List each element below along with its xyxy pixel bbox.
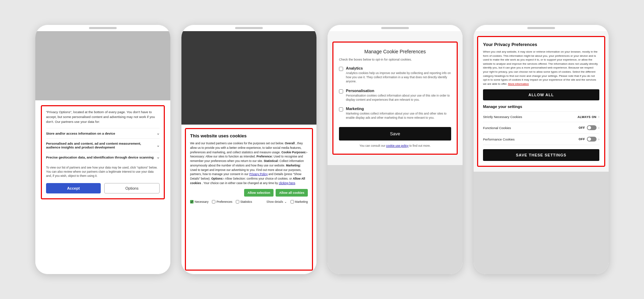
phone2-clicking-here-link[interactable]: clicking here — [279, 181, 295, 185]
phone2-body-bold2: Cookie Purposes:- — [281, 151, 307, 154]
phone3-marketing-content: Marketing Marketing cookies collect info… — [346, 107, 451, 120]
phone4-title: Your Privacy Preferences — [483, 42, 599, 47]
show-details-text: Show details — [266, 200, 283, 203]
phone1-item-store-chevron: ⌄ — [156, 131, 160, 136]
phone1-item-geo-label: Precise geolocation data, and identifica… — [46, 155, 156, 159]
phone1-item-geo[interactable]: Precise geolocation data, and identifica… — [46, 152, 160, 162]
phone1-intro-text: "Privacy Options", located at the bottom… — [46, 110, 160, 124]
phone1-partners-text: To view our list of partners and see how… — [46, 166, 160, 178]
phone-4: Your Privacy Preferences When you visit … — [474, 25, 609, 274]
phone-notch-1 — [35, 25, 170, 31]
phone3-personalisation-content: Personalisation Personalisation cookies … — [346, 89, 451, 102]
checkbox-necessary-label[interactable]: Necessary — [190, 200, 208, 203]
phone4-more-info-link[interactable]: More information — [508, 82, 529, 85]
phone4-functional-badge: OFF — [579, 126, 585, 129]
phone4-bottom-gray — [474, 172, 609, 274]
phone4-save-button[interactable]: SAVE THESE SETTINGS — [483, 149, 599, 161]
phone2-buttons: Allow selection Allow all cookies — [190, 189, 308, 197]
phone2-body-bold1: Overall — [285, 142, 295, 145]
show-details-row[interactable]: Show details ⌄ — [266, 200, 287, 203]
phone4-performance-badge: OFF — [579, 137, 585, 141]
notch-bar-3 — [381, 27, 409, 29]
phone4-body-content: When you visit any website, it may store… — [483, 50, 598, 85]
personalisation-desc: Personalisation cookies collect informat… — [346, 94, 451, 102]
phone-notch-2 — [181, 25, 316, 31]
chevron-right-icon-1: › — [598, 115, 599, 119]
phone3-analytics-content: Analytics Analytics cookies help us impr… — [346, 66, 451, 84]
phone3-subtitle: Check the boxes below to opt-in for opti… — [339, 58, 451, 61]
phone1-consent-box: "Privacy Options", located at the bottom… — [41, 105, 165, 199]
checkbox-marketing-text: Marketing — [295, 200, 308, 203]
phone2-body-bold3: Preference: — [257, 155, 273, 158]
accept-button[interactable]: Accept — [46, 183, 101, 193]
phone4-functional-row[interactable]: Functional Cookies OFF › — [483, 122, 599, 133]
phone4-strictly-row[interactable]: Strictly Necessary Cookies ALWAYS ON › — [483, 111, 599, 122]
phone-3: Manage Cookie Preferences Check the boxe… — [328, 25, 463, 274]
checkbox-statistics[interactable] — [236, 200, 239, 203]
phone-screen-2: This website uses cookies We and our tru… — [181, 31, 316, 274]
phone2-body-line10: . Your choice can in either case be chan… — [202, 181, 279, 185]
phone3-marketing-option: Marketing Marketing cookies collect info… — [339, 107, 451, 120]
phone1-item-personalised-chevron: ⌄ — [156, 143, 160, 148]
phone3-policy-link[interactable]: cookie use policy — [386, 144, 409, 147]
checkbox-necessary-text: Necessary — [195, 200, 208, 203]
phone4-manage-title: Manage your settings — [483, 105, 599, 109]
chevron-down-icon: ⌄ — [284, 200, 287, 203]
phone2-content: This website uses cookies We and our tru… — [181, 125, 316, 274]
toggle-performance[interactable] — [587, 137, 597, 142]
phone3-title: Manage Cookie Preferences — [339, 49, 451, 54]
analytics-desc: Analytics cookies help us improve our we… — [346, 71, 451, 84]
phone1-item-store[interactable]: Store and/or access information on a dev… — [46, 128, 160, 138]
phone3-analytics-option: Analytics Analytics cookies help us impr… — [339, 66, 451, 84]
phone4-allow-all-button[interactable]: ALLOW ALL — [483, 89, 599, 100]
allow-all-cookies-button[interactable]: Allow all cookies — [276, 189, 308, 197]
checkbox-marketing-p3[interactable] — [339, 107, 343, 111]
checkbox-marketing[interactable] — [290, 200, 294, 203]
phone3-policy-text: You can consult our cookie use policy to… — [339, 144, 451, 147]
phone1-content: "Privacy Options", located at the bottom… — [35, 100, 170, 274]
checkbox-analytics[interactable] — [339, 67, 343, 71]
phone3-policy-suffix: to find out more. — [409, 144, 430, 147]
phone1-item-geo-chevron: ⌄ — [156, 155, 160, 160]
options-button[interactable]: Options — [104, 183, 160, 193]
checkbox-statistics-label[interactable]: Statistics — [236, 200, 252, 203]
checkbox-preferences-label[interactable]: Preferences — [212, 200, 232, 203]
checkbox-marketing-label[interactable]: Marketing — [290, 200, 308, 203]
phone2-privacy-policy-link[interactable]: Privacy Policy — [249, 172, 268, 176]
phone1-item-personalised-label: Personalised ads and content, ad and con… — [46, 142, 156, 149]
checkbox-personalisation[interactable] — [339, 89, 343, 93]
personalisation-label: Personalisation — [346, 89, 451, 93]
phone2-cookie-title: This website uses cookies — [190, 133, 308, 138]
phone2-checkboxes-row: Necessary Preferences Statistics Show de… — [190, 200, 308, 203]
phone2-body-bold6: Options:- — [211, 177, 224, 180]
phone3-personalisation-option: Personalisation Personalisation cookies … — [339, 89, 451, 102]
phone1-button-row: Accept Options — [46, 183, 160, 193]
checkbox-necessary[interactable] — [190, 200, 194, 203]
phone4-strictly-toggle-row: ALWAYS ON › — [578, 115, 599, 119]
phone3-save-button[interactable]: Save — [339, 127, 451, 141]
analytics-label: Analytics — [346, 66, 451, 70]
checkbox-preferences[interactable] — [212, 200, 215, 203]
marketing-label: Marketing — [346, 107, 451, 111]
chevron-right-icon-3: › — [598, 137, 599, 141]
phone3-policy-prefix: You can consult our — [359, 144, 385, 147]
phone-1: "Privacy Options", located at the bottom… — [35, 25, 170, 274]
toggle-functional[interactable] — [587, 125, 597, 130]
phone4-strictly-badge: ALWAYS ON — [578, 115, 597, 119]
notch-bar-1 — [89, 27, 117, 29]
phone4-body-text: When you visit any website, it may store… — [483, 50, 599, 86]
phone2-body-line6: Used to target and improve our advertisi… — [190, 168, 256, 172]
phone-screen-3: Manage Cookie Preferences Check the boxe… — [328, 31, 463, 274]
phone1-item-personalised[interactable]: Personalised ads and content, ad and con… — [46, 138, 160, 152]
phone2-cookie-box: This website uses cookies We and our tru… — [185, 128, 313, 271]
allow-selection-button[interactable]: Allow selection — [244, 189, 274, 197]
phone3-bottom-gray — [328, 165, 463, 274]
phone-notch-3 — [328, 25, 463, 31]
phone4-privacy-box: Your Privacy Preferences When you visit … — [477, 36, 605, 167]
notch-bar-2 — [235, 27, 263, 29]
phone1-top-bg — [35, 31, 170, 100]
phone-screen-1: "Privacy Options", located at the bottom… — [35, 31, 170, 274]
marketing-desc: Marketing cookies collect information ab… — [346, 112, 451, 120]
phone4-performance-row[interactable]: Performance Cookies OFF › — [483, 133, 599, 145]
phone4-performance-label: Performance Cookies — [483, 137, 515, 141]
